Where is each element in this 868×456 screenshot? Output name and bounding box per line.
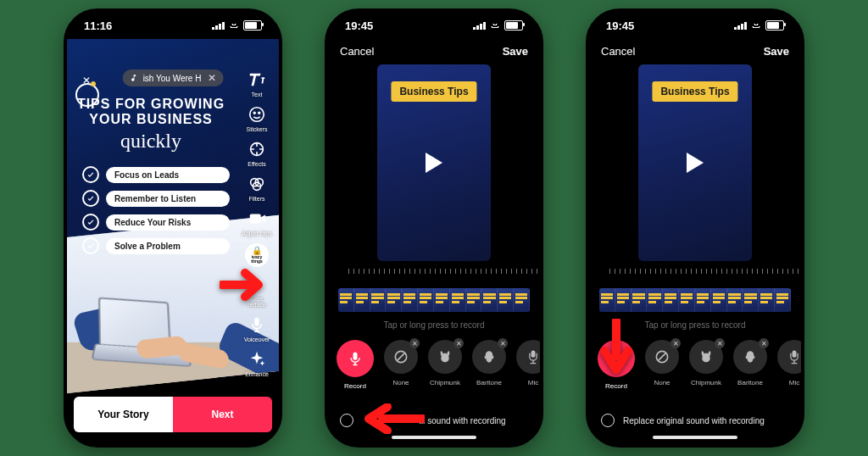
next-label: Next bbox=[211, 409, 233, 420]
record-button[interactable]: Record bbox=[337, 340, 374, 390]
save-button[interactable]: Save bbox=[503, 45, 528, 58]
screen-voiceover: 19:45 Cancel Save Business Tips bbox=[589, 12, 801, 444]
timeline-ruler bbox=[599, 271, 791, 276]
tip-row: Reduce Your Risks bbox=[82, 214, 230, 231]
tip-label: Remember to Listen bbox=[106, 191, 230, 207]
chipmunk-icon bbox=[698, 348, 715, 365]
timeline[interactable] bbox=[599, 288, 791, 312]
chipmunk-icon bbox=[437, 348, 453, 365]
svg-point-0 bbox=[250, 108, 264, 122]
save-button[interactable]: Save bbox=[764, 45, 789, 58]
home-indicator bbox=[131, 436, 215, 439]
replace-sound-toggle[interactable]: Replace original sound with recording bbox=[601, 414, 789, 427]
tool-filters[interactable]: Filters bbox=[238, 174, 275, 202]
voice-mic[interactable]: ✕ Mic bbox=[777, 340, 804, 386]
tool-enhance[interactable]: Enhance bbox=[238, 349, 275, 377]
sticker-icon bbox=[247, 104, 267, 125]
tool-effects[interactable]: Effects bbox=[238, 139, 275, 167]
check-icon bbox=[82, 166, 99, 183]
edit-tools: Text Stickers Effects bbox=[236, 70, 277, 377]
tool-privacy[interactable]: 🔒 ivacy ttings bbox=[238, 243, 275, 267]
signal-icon bbox=[212, 21, 225, 30]
adjust-clips-icon bbox=[247, 209, 267, 229]
voice-baritone[interactable]: ✕ Baritone bbox=[472, 340, 506, 386]
voice-mic[interactable]: ✕ Mic bbox=[516, 340, 543, 386]
opt-label: None bbox=[654, 379, 670, 386]
svg-rect-14 bbox=[793, 351, 797, 358]
status-right bbox=[212, 20, 262, 31]
tool-voiceover[interactable]: Voiceover bbox=[238, 314, 275, 342]
close-icon[interactable]: ✕ bbox=[208, 73, 216, 83]
svg-rect-7 bbox=[250, 214, 261, 224]
filters-icon bbox=[247, 174, 267, 194]
next-button[interactable]: Next bbox=[173, 397, 272, 432]
phone-2: 19:45 Cancel Save Business Tips bbox=[325, 8, 543, 448]
status-time: 19:45 bbox=[345, 19, 373, 32]
tip-label: Focus on Leads bbox=[106, 167, 230, 183]
voiceover-body: Cancel Save Business Tips bbox=[589, 39, 801, 444]
music-note-icon bbox=[130, 74, 138, 82]
video-preview[interactable]: Business Tips bbox=[377, 64, 491, 261]
check-icon bbox=[82, 190, 99, 207]
home-indicator bbox=[653, 436, 737, 439]
baritone-icon bbox=[742, 348, 759, 365]
side-button bbox=[325, 97, 326, 120]
tip-row: Solve a Problem bbox=[82, 237, 230, 254]
play-icon[interactable] bbox=[687, 153, 704, 173]
tool-text[interactable]: Text bbox=[238, 70, 275, 97]
wifi-icon bbox=[489, 21, 501, 30]
voice-chipmunk[interactable]: ✕ Chipmunk bbox=[428, 340, 462, 386]
opt-label: Chipmunk bbox=[430, 379, 460, 386]
voiceover-header: Cancel Save bbox=[589, 39, 801, 63]
your-story-button[interactable]: Your Story bbox=[74, 397, 173, 432]
record-hint: Tap or long press to record bbox=[328, 320, 540, 330]
opt-label: Mic bbox=[789, 379, 799, 386]
effects-icon bbox=[247, 139, 267, 159]
opt-label: None bbox=[392, 379, 409, 386]
opt-label: Mic bbox=[528, 379, 538, 386]
svg-point-2 bbox=[259, 112, 260, 114]
studio-mic-icon bbox=[525, 348, 542, 365]
status-bar: 11:16 bbox=[67, 12, 279, 39]
home-indicator bbox=[392, 436, 476, 439]
voice-none[interactable]: ✕ None bbox=[645, 340, 679, 386]
tool-label: Voiceover bbox=[244, 336, 270, 342]
status-time: 11:16 bbox=[84, 19, 112, 32]
svg-point-1 bbox=[253, 112, 255, 114]
check-icon bbox=[82, 237, 99, 254]
phone-3: 19:45 Cancel Save Business Tips bbox=[586, 8, 804, 448]
annotation-arrow-left bbox=[357, 403, 425, 434]
voice-chipmunk[interactable]: ✕ Chipmunk bbox=[689, 340, 723, 386]
timeline[interactable] bbox=[338, 288, 530, 312]
tool-label: Adjust clips bbox=[242, 231, 271, 236]
voiceover-header: Cancel Save bbox=[328, 39, 540, 63]
opt-label: Chipmunk bbox=[691, 379, 721, 386]
voice-none[interactable]: ✕ None bbox=[384, 340, 418, 386]
none-icon bbox=[392, 348, 409, 365]
cancel-button[interactable]: Cancel bbox=[601, 45, 635, 58]
wifi-icon bbox=[228, 21, 240, 30]
tool-label: Text bbox=[252, 92, 263, 97]
voice-options: Record ✕ None ✕ Chipmunk ✕ Baritone bbox=[328, 340, 540, 390]
preview-wrap: Business Tips bbox=[328, 64, 540, 261]
slide-title: TIPS FOR GROWING YOUR BUSINESS quickly bbox=[67, 97, 235, 153]
privacy-badge: 🔒 ivacy ttings bbox=[245, 243, 269, 267]
screen-editor: 11:16 bbox=[67, 12, 279, 444]
video-preview[interactable]: Business Tips bbox=[638, 64, 752, 261]
play-icon[interactable] bbox=[426, 153, 442, 173]
status-bar: 19:45 bbox=[328, 12, 540, 39]
sound-chip[interactable]: ish You Were H ✕ bbox=[123, 70, 224, 86]
cancel-button[interactable]: Cancel bbox=[340, 45, 374, 58]
tool-stickers[interactable]: Stickers bbox=[238, 104, 275, 132]
status-right bbox=[473, 20, 523, 31]
editor-canvas[interactable]: ✕ ish You Were H ✕ TIPS FOR GROWING YOUR… bbox=[67, 39, 279, 393]
tool-adjust-clips[interactable]: Adjust clips bbox=[238, 209, 275, 236]
tips-list: Focus on Leads Remember to Listen Reduce… bbox=[82, 166, 230, 254]
voice-baritone[interactable]: ✕ Baritone bbox=[733, 340, 767, 386]
record-circle bbox=[337, 340, 374, 377]
mic-icon bbox=[247, 314, 267, 335]
annotation-arrow-right bbox=[220, 268, 270, 302]
status-time: 19:45 bbox=[606, 19, 634, 32]
replace-label-partial: al sound with recording bbox=[419, 416, 506, 425]
tip-label: Solve a Problem bbox=[106, 238, 230, 254]
